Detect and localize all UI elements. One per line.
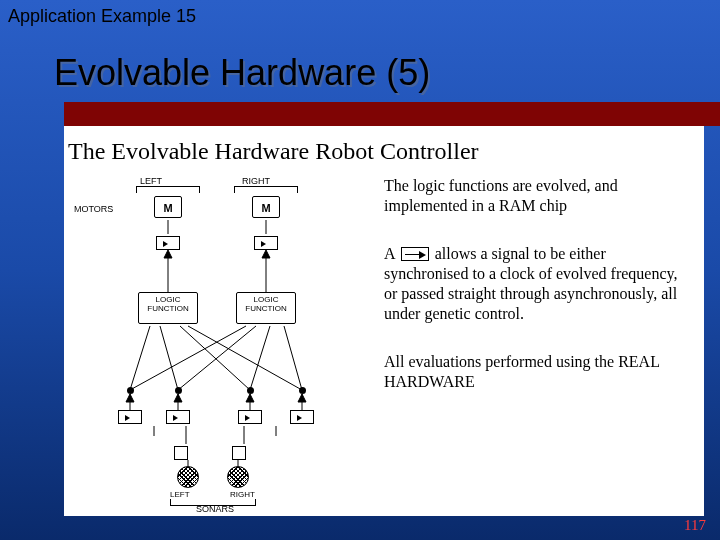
svg-marker-22 [246, 394, 254, 402]
description-column: The logic functions are evolved, and imp… [384, 176, 692, 420]
diagram-motor-right: M [252, 196, 280, 218]
diagram-sync-bl2 [166, 410, 190, 424]
svg-marker-3 [164, 250, 172, 258]
diagram-sonar-right-label: RIGHT [230, 490, 255, 499]
svg-line-10 [160, 326, 178, 390]
sync-box-icon [401, 247, 429, 261]
diagram-motors-label: MOTORS [74, 204, 113, 214]
paragraph-2: A allows a signal to be either synchroni… [384, 244, 692, 324]
svg-marker-21 [174, 394, 182, 402]
page-number: 117 [684, 517, 706, 534]
diagram-sync-bl1 [118, 410, 142, 424]
diagram-logic-left: LOGICFUNCTION [138, 292, 198, 324]
svg-line-15 [284, 326, 302, 390]
slide-title: Evolvable Hardware (5) [54, 52, 430, 94]
diagram-sync-br2 [290, 410, 314, 424]
diagram-wires [70, 174, 366, 504]
svg-line-13 [250, 326, 270, 390]
diagram-motor-left: M [154, 196, 182, 218]
diagram-logic-right: LOGICFUNCTION [236, 292, 296, 324]
paragraph-3: All evaluations performed using the REAL… [384, 352, 692, 392]
diagram-sync-br1 [238, 410, 262, 424]
svg-marker-20 [126, 394, 134, 402]
diagram-left-label: LEFT [140, 176, 196, 186]
content-area: The Evolvable Hardware Robot Controller [64, 126, 704, 516]
header-label: Application Example 15 [8, 6, 196, 27]
diagram-right-label: RIGHT [242, 176, 298, 186]
title-underline [0, 102, 720, 126]
diagram-sync-top-right [254, 236, 278, 250]
svg-marker-5 [262, 250, 270, 258]
diagram-sonar-right [227, 466, 249, 488]
diagram-sonars-label: SONARS [196, 504, 234, 514]
paragraph-1: The logic functions are evolved, and imp… [384, 176, 692, 216]
slide-subtitle: The Evolvable Hardware Robot Controller [68, 138, 479, 165]
diagram-sync-top-left [156, 236, 180, 250]
svg-marker-23 [298, 394, 306, 402]
svg-line-12 [180, 326, 250, 390]
diagram-sonar-left-label: LEFT [170, 490, 190, 499]
controller-diagram: LEFT RIGHT MOTORS M M LOGICFUNCTION LOGI… [70, 174, 366, 504]
diagram-sonar-left [177, 466, 199, 488]
